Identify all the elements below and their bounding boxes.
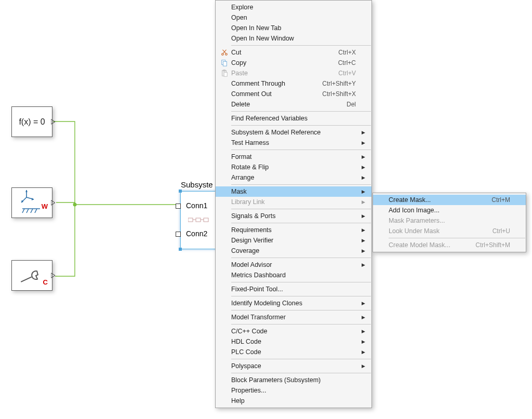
svg-point-18 (222, 53, 224, 56)
menu-separator (231, 258, 371, 258)
ctx-item-arrange[interactable]: Arrange▶ (216, 172, 371, 183)
menu-item-label: Signals & Ports (230, 212, 345, 220)
submenu-arrow-icon: ▶ (356, 130, 365, 135)
ctx-item-comment-through[interactable]: Comment ThroughCtrl+Shift+Y (216, 78, 371, 89)
menu-item-label: C/C++ Code (230, 328, 345, 335)
menu-item-label: Create Mask... (388, 196, 481, 204)
ctx-item-model-advisor[interactable]: Model Advisor▶ (216, 260, 371, 270)
ctx-item-format[interactable]: Format▶ (216, 152, 371, 162)
ctx-item-mask[interactable]: Mask▶ (216, 186, 371, 197)
ctx-item-metrics-dashboard[interactable]: Metrics Dashboard (216, 270, 371, 280)
ctx-item-comment-out[interactable]: Comment OutCtrl+Shift+X (216, 89, 371, 99)
ctx-item-cut[interactable]: CutCtrl+X (216, 47, 371, 58)
menu-item-label: Comment Out (230, 90, 312, 98)
svg-rect-23 (223, 61, 227, 66)
mask-submenu-item-create-mask[interactable]: Create Mask...Ctrl+M (373, 195, 526, 205)
ctx-item-design-verifier[interactable]: Design Verifier▶ (216, 235, 371, 246)
menu-item-label: Mask (230, 188, 345, 195)
submenu-arrow-icon: ▶ (356, 213, 365, 219)
menu-separator (231, 282, 371, 282)
menu-item-shortcut: Ctrl+Shift+X (312, 90, 356, 98)
submenu-arrow-icon: ▶ (356, 262, 365, 267)
mask-submenu-item-create-model-mask: Create Model Mask...Ctrl+Shift+M (373, 240, 526, 250)
ctx-item-copy[interactable]: CopyCtrl+C (216, 58, 371, 68)
mechanism-configuration-block[interactable]: C (11, 260, 52, 291)
ctx-item-coverage[interactable]: Coverage▶ (216, 246, 371, 256)
submenu-arrow-icon: ▶ (356, 165, 365, 170)
menu-item-label: Identify Modeling Clones (230, 300, 345, 307)
menu-item-label: Comment Through (230, 80, 312, 87)
input-port-1[interactable] (176, 204, 181, 209)
ctx-item-hdl-code[interactable]: HDL Code▶ (216, 336, 371, 347)
svg-line-8 (22, 209, 24, 213)
ctx-item-c-c-code[interactable]: C/C++ Code▶ (216, 326, 371, 336)
menu-separator (231, 184, 371, 185)
svg-line-21 (223, 50, 226, 53)
menu-item-label: Open (230, 14, 345, 21)
svg-rect-13 (188, 218, 193, 222)
model-canvas[interactable]: f(x) = 0 W (0, 0, 532, 419)
menu-separator (231, 310, 371, 310)
menu-item-label: Look Under Mask (388, 227, 482, 235)
menu-item-label: Properties... (230, 387, 345, 394)
menu-item-shortcut: Ctrl+Shift+Y (312, 80, 356, 87)
ctx-item-block-parameters-subsystem[interactable]: Block Parameters (Subsystem) (216, 375, 371, 385)
submenu-arrow-icon: ▶ (356, 329, 365, 334)
subsystem-block[interactable]: Subsyste Conn1 Conn2 (180, 191, 218, 249)
svg-point-19 (225, 53, 228, 56)
submenu-arrow-icon: ▶ (356, 199, 365, 205)
menu-separator (231, 125, 371, 126)
mask-submenu[interactable]: Create Mask...Ctrl+MAdd Icon Image...Mas… (373, 193, 526, 252)
copy-icon (219, 59, 230, 66)
selection-handle[interactable] (179, 248, 182, 251)
ctx-item-properties[interactable]: Properties... (216, 385, 371, 396)
ctx-item-open-in-new-tab[interactable]: Open In New Tab (216, 23, 371, 33)
input-port-2[interactable] (176, 232, 181, 237)
submenu-arrow-icon: ▶ (356, 248, 365, 253)
ctx-item-model-transformer[interactable]: Model Transformer▶ (216, 312, 371, 322)
menu-item-label: Library Link (230, 198, 345, 206)
ctx-item-fixed-point-tool[interactable]: Fixed-Point Tool... (216, 284, 371, 294)
submenu-arrow-icon: ▶ (356, 227, 365, 233)
menu-item-label: Metrics Dashboard (230, 272, 345, 279)
menu-item-label: PLC Code (230, 348, 345, 356)
context-menu[interactable]: ExploreOpenOpen In New TabOpen In New Wi… (215, 0, 372, 408)
ctx-item-requirements[interactable]: Requirements▶ (216, 225, 371, 235)
mask-submenu-item-add-icon-image[interactable]: Add Icon Image... (373, 205, 526, 215)
solver-configuration-block[interactable]: f(x) = 0 (11, 106, 52, 137)
ctx-item-rotate-flip[interactable]: Rotate & Flip▶ (216, 162, 371, 172)
ctx-item-help[interactable]: Help (216, 396, 371, 406)
svg-marker-4 (25, 190, 28, 192)
ctx-item-plc-code[interactable]: PLC Code▶ (216, 347, 371, 357)
world-frame-block[interactable]: W (11, 187, 52, 218)
ctx-item-polyspace[interactable]: Polyspace▶ (216, 361, 371, 371)
menu-item-label: Find Referenced Variables (230, 115, 345, 122)
ctx-item-open-in-new-window[interactable]: Open In New Window (216, 33, 371, 44)
menu-item-label: Format (230, 153, 345, 160)
submenu-arrow-icon: ▶ (356, 339, 365, 344)
ctx-item-subsystem-model-reference[interactable]: Subsystem & Model Reference▶ (216, 127, 371, 138)
menu-item-shortcut: Ctrl+X (328, 49, 356, 56)
ctx-item-test-harness[interactable]: Test Harness▶ (216, 138, 371, 148)
selection-handle[interactable] (179, 190, 182, 193)
menu-item-label: HDL Code (230, 338, 345, 345)
ctx-item-delete[interactable]: DeleteDel (216, 99, 371, 110)
svg-rect-26 (224, 72, 227, 76)
ctx-item-paste: PasteCtrl+V (216, 68, 371, 78)
port-label-conn2: Conn2 (186, 229, 207, 238)
menu-item-label: Explore (230, 4, 345, 11)
submenu-arrow-icon: ▶ (356, 363, 365, 369)
ctx-item-find-referenced-variables[interactable]: Find Referenced Variables (216, 113, 371, 124)
menu-item-label: Model Transformer (230, 314, 345, 321)
ctx-item-explore[interactable]: Explore (216, 2, 371, 12)
menu-item-label: Fixed-Point Tool... (230, 286, 345, 293)
menu-item-label: Delete (230, 101, 336, 108)
menu-item-shortcut: Ctrl+V (328, 70, 356, 77)
ctx-item-signals-ports[interactable]: Signals & Ports▶ (216, 211, 371, 221)
ctx-item-identify-modeling-clones[interactable]: Identify Modeling Clones▶ (216, 298, 371, 308)
submenu-arrow-icon: ▶ (356, 154, 365, 159)
menu-item-shortcut: Ctrl+C (328, 59, 356, 66)
menu-separator (231, 373, 371, 373)
ctx-item-open[interactable]: Open (216, 12, 371, 23)
menu-item-shortcut: Ctrl+Shift+M (465, 241, 510, 249)
